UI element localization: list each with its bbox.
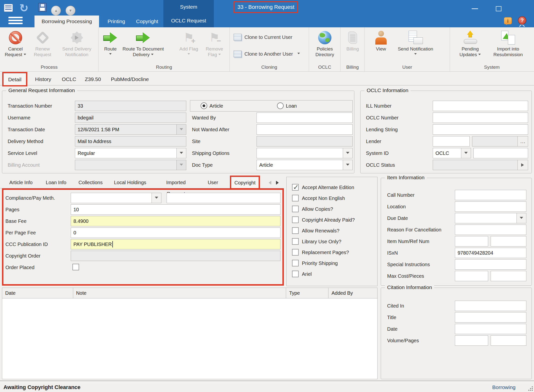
import-into-resubmission-button[interactable]: Import into Resubmission: [486, 28, 530, 64]
citation-title-field[interactable]: [455, 312, 526, 323]
shipping-options-combo[interactable]: [257, 148, 353, 158]
notes-col-added-by[interactable]: Added By: [328, 288, 377, 298]
policies-directory-button[interactable]: Policies Directory: [310, 28, 339, 64]
priority-shipping-checkbox[interactable]: [292, 260, 299, 266]
service-level-combo[interactable]: Regular: [75, 148, 186, 158]
next-request-button[interactable]: [66, 6, 75, 16]
call-number-field[interactable]: [455, 190, 526, 200]
oclc-number-field[interactable]: [433, 113, 528, 123]
allow-copies-checkbox[interactable]: [292, 206, 299, 212]
view-user-button[interactable]: View: [371, 28, 391, 64]
notes-col-note[interactable]: Note: [73, 288, 286, 298]
order-placed-checkbox[interactable]: [72, 264, 79, 270]
pieces-field[interactable]: [491, 271, 526, 281]
pages-field[interactable]: 10: [71, 204, 280, 215]
minimize-button[interactable]: [470, 4, 479, 13]
tab-scroll-left-icon: [267, 181, 271, 185]
clone-to-current-user-button[interactable]: Clone to Current User: [231, 31, 295, 44]
tab-oclc[interactable]: OCLC: [59, 73, 79, 85]
allow-renewals-checkbox[interactable]: [292, 227, 299, 234]
ariel-checkbox[interactable]: [292, 271, 299, 277]
special-instructions-field[interactable]: [455, 259, 526, 270]
cancel-request-button[interactable]: Cancel Request: [1, 28, 29, 64]
subtab-collections[interactable]: Collections: [78, 177, 103, 188]
route-button[interactable]: Route: [100, 28, 121, 64]
ccc-publication-id-field[interactable]: PAY PUBLISHER: [71, 239, 280, 249]
system-id-combo[interactable]: OCLC: [433, 148, 471, 158]
clone-to-another-user-button[interactable]: Clone to Another User: [231, 48, 302, 60]
ribbon-tab-borrowing-processing[interactable]: Borrowing Processing: [34, 16, 99, 27]
refresh-icon[interactable]: [19, 2, 31, 14]
subtab-copyright[interactable]: Copyright: [231, 177, 259, 188]
subtab-imported-request[interactable]: Imported Request: [157, 177, 195, 188]
wanted-by-field[interactable]: [257, 113, 353, 123]
ill-number-field[interactable]: [433, 101, 528, 111]
ribbon-tab-oclc-request[interactable]: OCLC Request: [163, 15, 214, 27]
per-page-fee-field[interactable]: 0: [71, 228, 280, 238]
lender-field[interactable]: [433, 136, 470, 147]
ref-num-field[interactable]: [491, 236, 526, 246]
session-grid-icon[interactable]: [4, 4, 13, 12]
resize-grip[interactable]: [528, 386, 533, 391]
notes-col-type[interactable]: Type: [286, 288, 328, 298]
subtab-loan-info[interactable]: Loan Info: [44, 177, 68, 188]
help-icon[interactable]: [518, 16, 526, 25]
lending-string-field[interactable]: [433, 124, 528, 135]
citation-date-field[interactable]: [455, 324, 526, 334]
tab-scroll-right-icon[interactable]: [276, 181, 281, 185]
special-instructions-label: Special Instructions: [387, 259, 430, 270]
copyright-already-paid-checkbox[interactable]: [292, 216, 299, 223]
copyright-panel: Compliance/Pay Meth. Pages 10 Base Fee 8…: [2, 188, 284, 286]
tab-detail[interactable]: Detail: [3, 73, 26, 85]
maximize-button[interactable]: [494, 4, 503, 13]
pending-updates-button[interactable]: Pending Updates: [454, 28, 486, 64]
isxn-field[interactable]: 9780749428204: [455, 248, 526, 258]
chevron-down-icon[interactable]: [461, 148, 471, 158]
previous-request-button[interactable]: [51, 6, 61, 16]
accept-non-english-checkbox[interactable]: [292, 195, 299, 201]
subtab-local-holdings[interactable]: Local Holdings: [114, 177, 146, 188]
reason-for-cancellation-field[interactable]: [455, 225, 526, 235]
chevron-down-icon[interactable]: [176, 148, 186, 158]
max-cost-field[interactable]: [455, 271, 488, 281]
not-wanted-after-field[interactable]: [257, 124, 353, 135]
save-icon[interactable]: [38, 3, 47, 12]
pay-method-field[interactable]: [167, 193, 280, 203]
chevron-down-icon[interactable]: [517, 213, 526, 223]
base-fee-field[interactable]: 8.4900: [71, 216, 280, 226]
replacement-pages-checkbox[interactable]: [292, 249, 299, 256]
radio-loan[interactable]: Loan: [277, 102, 297, 109]
about-info-icon[interactable]: [504, 17, 512, 24]
pages-range-field[interactable]: [491, 335, 526, 346]
notes-col-date[interactable]: Date: [2, 288, 73, 298]
compliance-combo[interactable]: [71, 193, 161, 203]
doc-type-combo[interactable]: Article: [257, 160, 353, 170]
ribbon-tab-copyright[interactable]: Copyright: [133, 16, 162, 27]
accept-alternate-edition-checkbox[interactable]: [292, 184, 299, 191]
oclc-status-go-button[interactable]: [517, 160, 528, 170]
ribbon-tab-printing[interactable]: Printing: [103, 16, 130, 27]
cited-in-field[interactable]: [455, 301, 526, 311]
tab-history[interactable]: History: [32, 73, 54, 85]
location-field[interactable]: [455, 201, 526, 212]
volume-field[interactable]: [455, 335, 488, 346]
subtab-article-info[interactable]: Article Info: [7, 177, 34, 188]
menu-icon[interactable]: [8, 17, 23, 26]
chevron-down-icon[interactable]: [152, 193, 161, 203]
radio-article[interactable]: Article: [201, 102, 223, 109]
route-to-document-delivery-button[interactable]: Route To Document Delivery: [121, 28, 166, 64]
subtab-user[interactable]: User: [206, 177, 220, 188]
upload-device-icon: [464, 31, 477, 45]
groupbox-title: Citation Information: [385, 284, 434, 290]
send-notification-button[interactable]: Send Notification: [391, 28, 440, 64]
item-num-field[interactable]: [455, 236, 488, 246]
notes-table-body[interactable]: [2, 298, 378, 379]
system-id-value-field[interactable]: [473, 148, 528, 158]
due-date-combo[interactable]: [455, 213, 526, 223]
chevron-down-icon[interactable]: [343, 160, 353, 170]
tab-pubmed-docline[interactable]: PubMed/Docline: [109, 73, 151, 85]
lender-lookup-button[interactable]: …: [517, 136, 528, 147]
library-use-only-checkbox[interactable]: [292, 238, 299, 245]
tab-z3950[interactable]: Z39.50: [82, 73, 104, 85]
chevron-down-icon[interactable]: [343, 148, 353, 158]
